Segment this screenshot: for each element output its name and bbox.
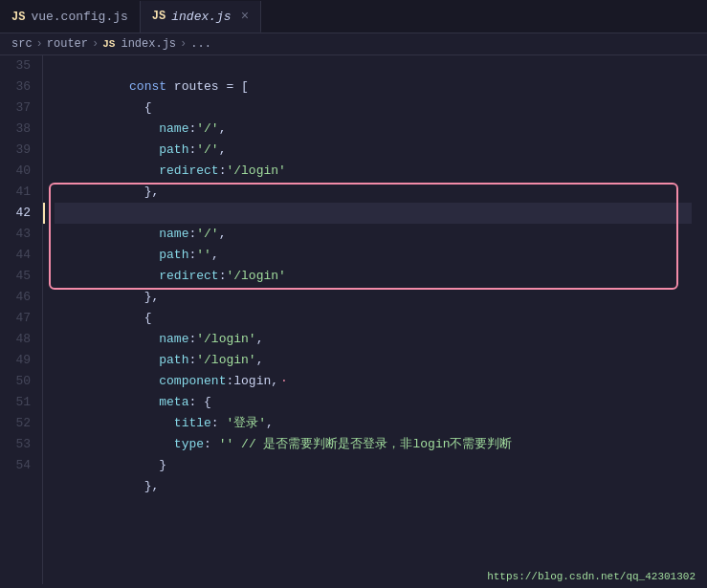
ln-35: 35 [8, 55, 31, 76]
code-line-39: redirect:'/login' [55, 140, 692, 161]
breadcrumb-sep-2: › [92, 37, 99, 51]
code-line-36: { [55, 76, 692, 98]
ln-41: 41 [8, 182, 31, 203]
ln-49: 49 [8, 350, 31, 371]
code-line-45: }, [55, 266, 692, 287]
code-line-43: path:'', [55, 224, 692, 245]
ln-52: 52 [8, 413, 31, 434]
line-numbers: 35 36 37 38 39 40 41 42 43 44 45 46 47 4… [0, 55, 43, 584]
ln-45: 45 [8, 266, 31, 287]
ln-37: 37 [8, 98, 31, 119]
code-line-47: name:'/login', [55, 308, 692, 329]
ln-50: 50 [8, 371, 31, 392]
ln-51: 51 [8, 392, 31, 413]
js-icon-index: JS [152, 10, 166, 23]
code-line-46: { [55, 287, 692, 308]
ln-40: 40 [8, 161, 31, 182]
ln-43: 43 [8, 224, 31, 245]
code-line-53: } [55, 434, 692, 455]
code-area[interactable]: const routes = [ { name:'/', path:'/', r… [43, 55, 707, 584]
code-line-44: redirect:'/login' [55, 245, 692, 266]
code-line-40: }, [55, 161, 692, 182]
breadcrumb-js-icon: JS [102, 38, 115, 50]
editor: 35 36 37 38 39 40 41 42 43 44 45 46 47 4… [0, 55, 707, 584]
tab-vue-config[interactable]: JS vue.config.js [0, 1, 141, 33]
breadcrumb-ellipsis: ... [190, 37, 211, 51]
code-line-50: meta: { [55, 371, 692, 392]
code-line-52: type: '' // 是否需要判断是否登录，非login不需要判断 [55, 413, 692, 434]
ln-44: 44 [8, 245, 31, 266]
active-line-indicator [43, 203, 45, 224]
breadcrumb-router: router [47, 37, 88, 51]
tab-close-button[interactable]: × [241, 9, 249, 24]
code-line-41: { [55, 182, 692, 203]
code-line-35: const routes = [ [55, 55, 692, 76]
breadcrumb-sep-3: › [180, 37, 187, 51]
js-icon-vue: JS [11, 11, 25, 24]
code-line-54: }, [55, 455, 692, 476]
ln-54: 54 [8, 455, 31, 476]
code-line-38: path:'/', [55, 119, 692, 140]
tab-index-js[interactable]: JS index.js × [141, 1, 261, 33]
code-line-42: name:'/', [55, 203, 692, 224]
ln-53: 53 [8, 434, 31, 455]
code-line-51: title: '登录', [55, 392, 692, 413]
ln-36: 36 [8, 76, 31, 98]
code-line-48: path:'/login', [55, 329, 692, 350]
tab-label-vue-config: vue.config.js [31, 10, 127, 24]
code-line-37: name:'/', [55, 98, 692, 119]
ln-39: 39 [8, 140, 31, 161]
breadcrumb-sep-1: › [36, 37, 43, 51]
code-line-49: component:login,· [55, 350, 692, 371]
url-text: https://blog.csdn.net/qq_42301302 [487, 571, 696, 582]
breadcrumb: src › router › JS index.js › ... [0, 33, 707, 55]
ln-47: 47 [8, 308, 31, 329]
tab-bar: JS vue.config.js JS index.js × [0, 0, 707, 33]
blog-url: https://blog.csdn.net/qq_42301302 [475, 569, 707, 584]
ln-38: 38 [8, 119, 31, 140]
tab-label-index: index.js [171, 10, 231, 24]
ln-42: 42 [8, 203, 31, 224]
ln-48: 48 [8, 329, 31, 350]
breadcrumb-src: src [11, 37, 33, 51]
breadcrumb-file: index.js [121, 37, 176, 51]
ln-46: 46 [8, 287, 31, 308]
